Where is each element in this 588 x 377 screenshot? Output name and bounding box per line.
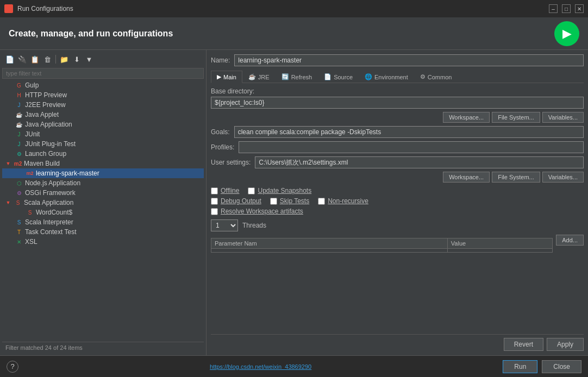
user-settings-label: User settings: <box>211 159 251 166</box>
non-recursive-checkbox[interactable]: Non-recursive <box>318 197 368 205</box>
osgi-icon: ⚙ <box>15 189 23 197</box>
file-system-button-1[interactable]: File System... <box>492 112 540 123</box>
params-section: Parameter Nam Value Add... <box>211 235 584 256</box>
java-app-icon: ☕ <box>15 121 23 128</box>
sidebar-item-learning-spark[interactable]: m2 learning-spark-master <box>2 168 204 178</box>
apply-button[interactable]: Apply <box>547 338 584 351</box>
file-system-button-2[interactable]: File System... <box>492 172 540 183</box>
offline-label: Offline <box>221 187 239 194</box>
footer-bar: ? https://blog.csdn.net/weixin_43869290 … <box>0 355 588 377</box>
profiles-label: Profiles: <box>211 143 234 151</box>
revert-button[interactable]: Revert <box>504 338 543 351</box>
scala-interp-icon: S <box>15 218 23 226</box>
goals-input[interactable] <box>234 126 584 138</box>
launch-group-icon: ⚙ <box>15 150 23 158</box>
filter-input[interactable] <box>2 68 204 79</box>
sidebar-item-junit[interactable]: J JUnit <box>2 129 204 139</box>
workspace-button-2[interactable]: Workspace... <box>443 172 490 183</box>
offline-checkbox[interactable]: Offline <box>211 187 239 194</box>
java-applet-icon: ☕ <box>15 111 23 118</box>
sidebar-item-http-preview[interactable]: H HTTP Preview <box>2 90 204 100</box>
toolbar: 📄 🔌 📋 🗑 📁 ⬇ ▼ <box>2 52 204 66</box>
sidebar-item-xsl[interactable]: ✕ XSL <box>2 237 204 247</box>
sidebar-item-j2ee[interactable]: J J2EE Preview <box>2 100 204 110</box>
non-recursive-input[interactable] <box>318 198 325 205</box>
minimize-button[interactable]: – <box>549 4 558 13</box>
j2ee-icon: J <box>15 101 23 109</box>
tab-environment[interactable]: 🌐 Environment <box>359 71 414 83</box>
user-settings-input[interactable] <box>255 156 584 168</box>
source-tab-icon: 📄 <box>324 73 331 80</box>
restore-button[interactable]: □ <box>562 4 571 13</box>
profiles-input[interactable] <box>239 141 584 153</box>
sidebar-item-nodejs[interactable]: ⬡ Node.js Application <box>2 178 204 188</box>
goals-row: Goals: <box>211 126 584 138</box>
name-input[interactable] <box>234 54 584 66</box>
main-content: 📄 🔌 📋 🗑 📁 ⬇ ▼ G Gulp H HTTP Preview <box>0 50 588 355</box>
copy-button[interactable]: 📋 <box>29 54 40 65</box>
sidebar-item-wordcount[interactable]: S WordCount$ <box>2 208 204 217</box>
junit-icon: J <box>15 130 23 138</box>
sidebar-item-task-context[interactable]: T Task Context Test <box>2 227 204 237</box>
sidebar-item-scala-app[interactable]: ▼ S Scala Application <box>2 198 204 208</box>
form-section: Base directory: Workspace... File System… <box>211 87 584 332</box>
menu-button[interactable]: ▼ <box>84 54 95 65</box>
checkbox-row-2: Debug Output Skip Tests Non-recursive <box>211 197 584 205</box>
folder-button[interactable]: 📁 <box>59 54 70 65</box>
params-empty-row <box>211 249 553 253</box>
user-settings-row: User settings: <box>211 156 584 168</box>
filter-status: Filter matched 24 of 24 items <box>2 342 204 353</box>
sidebar-item-gulp[interactable]: G Gulp <box>2 80 204 90</box>
import-button[interactable]: ⬇ <box>71 54 82 65</box>
right-panel: Name: ▶ Main ☕ JRE 🔄 Refresh 📄 Source 🌐 <box>207 50 588 355</box>
run-button-header[interactable]: ▶ <box>554 21 579 46</box>
sidebar-item-java-application[interactable]: ☕ Java Application <box>2 120 204 129</box>
sidebar-item-launch-group[interactable]: ⚙ Launch Group <box>2 149 204 159</box>
sidebar-item-junit-plugin[interactable]: J JUnit Plug-in Test <box>2 139 204 149</box>
run-footer-button[interactable]: Run <box>503 360 537 373</box>
sidebar-item-label: Java Applet <box>25 111 59 118</box>
sidebar-item-label: Task Context Test <box>25 228 77 236</box>
close-footer-button[interactable]: Close <box>542 360 581 373</box>
resolve-workspace-input[interactable] <box>211 208 218 215</box>
variables-button-2[interactable]: Variables... <box>542 172 584 183</box>
sidebar-item-osgi[interactable]: ⚙ OSGi Framework <box>2 188 204 198</box>
update-snapshots-label: Update Snapshots <box>258 187 311 194</box>
tab-jre[interactable]: ☕ JRE <box>242 71 276 83</box>
plugin-button[interactable]: 🔌 <box>17 54 28 65</box>
sidebar-item-label: JUnit <box>25 130 40 138</box>
goals-label: Goals: <box>211 128 230 136</box>
debug-output-checkbox[interactable]: Debug Output <box>211 197 261 205</box>
base-dir-input[interactable] <box>211 97 584 109</box>
resolve-workspace-checkbox[interactable]: Resolve Workspace artifacts <box>211 208 303 215</box>
delete-button[interactable]: 🗑 <box>42 54 53 65</box>
update-snapshots-checkbox[interactable]: Update Snapshots <box>248 187 311 194</box>
threads-select[interactable]: 1 2 4 <box>211 219 238 231</box>
sidebar-item-label: Gulp <box>25 81 39 89</box>
tab-main[interactable]: ▶ Main <box>211 71 242 83</box>
sidebar-item-label: Maven Build <box>24 160 60 167</box>
sidebar-item-maven-build[interactable]: ▼ m2 Maven Build <box>2 159 204 168</box>
params-col-name: Parameter Nam <box>211 238 448 249</box>
skip-tests-label: Skip Tests <box>280 197 309 205</box>
offline-input[interactable] <box>211 187 218 194</box>
help-button[interactable]: ? <box>7 361 18 373</box>
sidebar-item-label: XSL <box>25 238 37 246</box>
tab-source[interactable]: 📄 Source <box>318 71 359 83</box>
workspace-button-1[interactable]: Workspace... <box>443 112 490 123</box>
tab-common[interactable]: ⚙ Common <box>414 71 458 83</box>
sidebar-item-java-applet[interactable]: ☕ Java Applet <box>2 110 204 120</box>
sidebar-item-label: learning-spark-master <box>36 169 99 177</box>
sidebar-item-scala-interp[interactable]: S Scala Interpreter <box>2 217 204 227</box>
variables-button-1[interactable]: Variables... <box>542 112 584 123</box>
skip-tests-input[interactable] <box>270 198 277 205</box>
close-button[interactable]: ✕ <box>575 4 584 13</box>
update-snapshots-input[interactable] <box>248 187 255 194</box>
new-button[interactable]: 📄 <box>4 54 15 65</box>
tab-refresh[interactable]: 🔄 Refresh <box>276 71 318 83</box>
non-recursive-label: Non-recursive <box>328 197 368 205</box>
debug-output-input[interactable] <box>211 198 218 205</box>
add-param-button[interactable]: Add... <box>556 235 584 246</box>
skip-tests-checkbox[interactable]: Skip Tests <box>270 197 309 205</box>
maven-icon: m2 <box>14 160 22 167</box>
